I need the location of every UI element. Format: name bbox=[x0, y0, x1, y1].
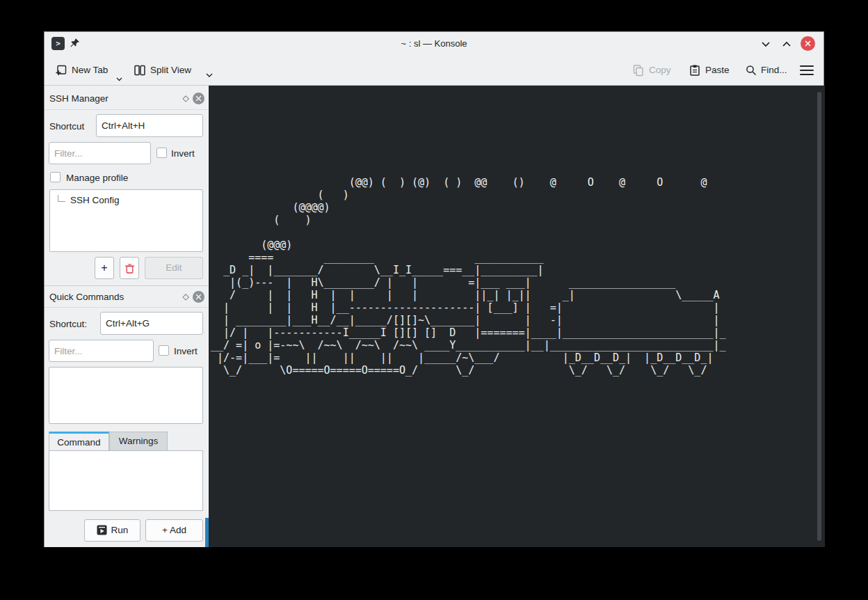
qc-run-button[interactable]: Run bbox=[84, 519, 140, 542]
close-button[interactable] bbox=[801, 36, 815, 51]
find-button[interactable]: Find... bbox=[761, 55, 787, 85]
qc-command-editor[interactable] bbox=[49, 450, 203, 511]
tab-command[interactable]: Command bbox=[49, 432, 109, 451]
qc-shortcut-label: Shortcut: bbox=[49, 319, 87, 329]
tree-branch-icon bbox=[58, 195, 65, 202]
new-tab-dropdown-icon[interactable] bbox=[116, 72, 122, 84]
ssh-edit-button[interactable]: Edit bbox=[145, 257, 203, 279]
ssh-filter-input[interactable] bbox=[49, 142, 151, 164]
ssh-shortcut-input[interactable] bbox=[96, 114, 203, 137]
ssh-config-tree-item[interactable]: SSH Config bbox=[70, 195, 120, 205]
split-view-icon bbox=[134, 64, 146, 79]
toolbar: New Tab Split View Copy Paste Find... bbox=[45, 55, 823, 86]
manage-profile-label: Manage profile bbox=[66, 173, 128, 183]
copy-icon bbox=[632, 64, 645, 79]
ssh-manager-title: SSH Manager bbox=[49, 89, 108, 108]
qc-add-button[interactable]: + Add bbox=[145, 519, 203, 542]
qc-filter-input[interactable] bbox=[49, 340, 154, 362]
tab-warnings[interactable]: Warnings bbox=[109, 432, 168, 451]
ssh-add-button[interactable]: + bbox=[95, 257, 114, 279]
qc-invert-checkbox[interactable] bbox=[159, 345, 169, 356]
ssh-manager-float-icon[interactable]: ◇ bbox=[181, 93, 191, 103]
titlebar[interactable]: > ~ : sl — Konsole bbox=[45, 32, 823, 55]
terminal-display[interactable]: (@@) ( ) (@) ( ) @@ () @ O @ O @ ( ) (@@… bbox=[209, 86, 825, 547]
copy-button[interactable]: Copy bbox=[649, 55, 671, 85]
run-icon bbox=[97, 525, 107, 535]
quick-commands-title: Quick Commands bbox=[49, 287, 124, 306]
quick-commands-float-icon[interactable]: ◇ bbox=[181, 292, 191, 301]
new-tab-icon bbox=[55, 64, 67, 79]
ssh-config-list[interactable]: SSH Config bbox=[49, 189, 203, 252]
qc-shortcut-input[interactable] bbox=[100, 312, 203, 335]
sidebar: SSH Manager ◇ Shortcut Invert Manage pro… bbox=[45, 86, 209, 547]
minimize-button[interactable] bbox=[760, 38, 772, 50]
manage-profile-checkbox[interactable] bbox=[50, 172, 61, 182]
split-view-button[interactable]: Split View bbox=[150, 55, 191, 85]
hamburger-menu-icon[interactable] bbox=[800, 65, 814, 75]
paste-icon bbox=[689, 64, 701, 79]
maximize-button[interactable] bbox=[780, 38, 793, 50]
terminal-text: (@@) ( ) (@) ( ) @@ () @ O @ O @ ( ) (@@… bbox=[211, 176, 732, 377]
quick-commands-close-icon[interactable] bbox=[193, 291, 204, 303]
split-view-dropdown-icon[interactable] bbox=[206, 68, 213, 81]
konsole-window: > ~ : sl — Konsole New Tab Split View bbox=[44, 31, 824, 547]
new-tab-button[interactable]: New Tab bbox=[72, 55, 108, 85]
terminal-scrollbar[interactable] bbox=[817, 92, 821, 541]
ssh-shortcut-label: Shortcut bbox=[49, 121, 84, 132]
ssh-invert-checkbox[interactable] bbox=[156, 148, 167, 158]
find-icon bbox=[745, 64, 757, 79]
ssh-manager-close-icon[interactable] bbox=[193, 93, 204, 104]
window-title: ~ : sl — Konsole bbox=[45, 32, 823, 55]
paste-button[interactable]: Paste bbox=[705, 55, 730, 85]
qc-command-list[interactable] bbox=[49, 367, 203, 424]
ssh-delete-button[interactable] bbox=[120, 257, 139, 279]
qc-invert-label: Invert bbox=[174, 346, 198, 356]
ssh-invert-label: Invert bbox=[171, 148, 195, 159]
